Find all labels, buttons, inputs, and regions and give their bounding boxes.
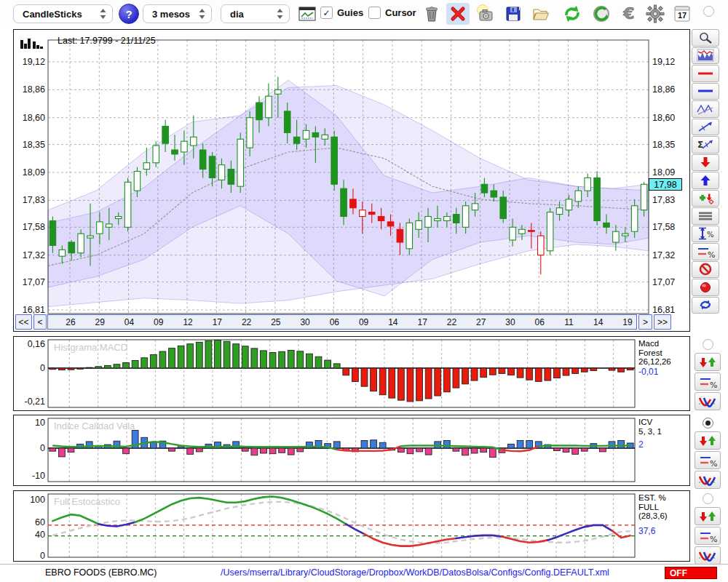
chart-type-select[interactable]: CandleSticks xyxy=(13,4,113,23)
svg-text:18,35: 18,35 xyxy=(23,140,45,150)
delete-x-icon[interactable] xyxy=(446,3,470,25)
interval-select[interactable]: dia xyxy=(221,4,290,23)
date-tick: 30 xyxy=(300,317,309,327)
macd-settings-label: Macd Forest 26,12,26 xyxy=(638,339,671,367)
nav-first-button[interactable]: << xyxy=(15,314,32,330)
up-arrow-icon[interactable] xyxy=(692,172,719,189)
trash-icon[interactable] xyxy=(420,3,443,25)
forbid-icon[interactable] xyxy=(692,261,719,279)
euro-icon[interactable]: € xyxy=(617,3,641,25)
drawing-tools-sidebar: Σ % xyxy=(692,29,719,314)
open-folder-icon[interactable] xyxy=(529,3,553,25)
interval-value: dia xyxy=(230,9,244,20)
svg-text:17,58: 17,58 xyxy=(23,222,45,232)
curves-icon[interactable] xyxy=(695,471,721,489)
svg-text:18,86: 18,86 xyxy=(23,84,45,95)
red-hline-icon[interactable] xyxy=(692,65,719,82)
candlestick-chart[interactable]: 19,1219,1218,8618,8618,6018,6018,3518,35… xyxy=(14,30,689,330)
last-price-label: Last: 17.9799 - 21/11/25 xyxy=(58,36,156,46)
symbol-label: EBRO FOODS (EBRO.MC) xyxy=(45,567,157,578)
zoom-icon[interactable] xyxy=(692,29,719,47)
chart-type-value: CandleSticks xyxy=(23,9,82,20)
svg-text:-0,21: -0,21 xyxy=(25,396,46,407)
stochastic-settings-label: EST. % FULL (28,3,6) xyxy=(638,493,668,521)
stochastic-panel: Full Estocastico10060400 EST. % FULL (28… xyxy=(13,490,690,562)
off-toggle-button[interactable]: OFF xyxy=(665,567,717,579)
nav-prev-button[interactable]: < xyxy=(33,314,47,330)
svg-text:Indice Calidad Vela: Indice Calidad Vela xyxy=(54,420,135,431)
date-tick: 19 xyxy=(622,317,632,327)
main-chart-panel: 19,1219,1218,8618,8618,6018,6018,3518,35… xyxy=(13,29,690,332)
chevron-updown-icon xyxy=(276,8,284,20)
undo-icon[interactable] xyxy=(590,3,613,25)
svg-text:18,35: 18,35 xyxy=(652,140,675,150)
svg-text:18,86: 18,86 xyxy=(652,84,675,95)
svg-text:60: 60 xyxy=(35,517,45,527)
signal-arrows-icon[interactable] xyxy=(695,431,721,450)
levels-percent-icon[interactable] xyxy=(692,243,719,260)
period-select[interactable]: 3 mesos xyxy=(143,4,212,23)
down-arrow-icon[interactable] xyxy=(692,154,719,172)
toolbar-radio[interactable] xyxy=(703,6,714,17)
levels-percent-icon[interactable] xyxy=(695,372,721,391)
signal-arrows-icon[interactable] xyxy=(695,353,721,371)
signal-arrows-icon[interactable] xyxy=(695,507,721,525)
nav-last-button[interactable]: >> xyxy=(654,314,671,330)
stochastic-line-chart[interactable]: Full Estocastico10060400 xyxy=(14,491,689,560)
levels-percent-icon[interactable] xyxy=(695,451,721,469)
curves-icon[interactable] xyxy=(695,546,721,565)
trendline-icon[interactable] xyxy=(692,119,719,136)
list-lines-icon[interactable] xyxy=(692,207,719,225)
sync-icon[interactable] xyxy=(692,297,719,314)
svg-text:17: 17 xyxy=(678,11,687,20)
macd-histogram-chart[interactable]: Histgrama MACD0,160-0,21 xyxy=(14,337,689,410)
zigzag-icon[interactable] xyxy=(692,100,719,118)
indicator-chart-icon[interactable] xyxy=(692,47,719,65)
svg-text:17,32: 17,32 xyxy=(23,250,45,260)
chart-window-icon[interactable] xyxy=(296,3,319,25)
macd-value: -0,01 xyxy=(638,367,658,377)
date-axis-strip[interactable]: 2629040912172225300609141722273006111419 xyxy=(47,314,637,330)
svg-text:17,07: 17,07 xyxy=(652,277,675,287)
add-marker-icon[interactable] xyxy=(692,190,719,207)
calendar-icon[interactable]: 17 xyxy=(670,3,694,25)
refresh-icon[interactable] xyxy=(561,3,584,25)
date-tick: 29 xyxy=(95,317,105,327)
date-tick: 27 xyxy=(476,317,486,327)
icv-radio[interactable] xyxy=(703,418,713,428)
status-bar: EBRO FOODS (EBRO.MC) /Users/mserra/Libra… xyxy=(0,564,728,582)
cursor-checkbox[interactable]: ✓ Cursor xyxy=(368,7,416,19)
svg-text:18,60: 18,60 xyxy=(652,113,675,123)
config-path-link[interactable]: /Users/mserra/Library/CloudStorage/Dropb… xyxy=(167,567,662,578)
save-floppy-icon[interactable] xyxy=(502,3,525,25)
record-icon[interactable] xyxy=(692,279,719,296)
date-tick: 04 xyxy=(124,317,134,327)
svg-text:10: 10 xyxy=(35,418,45,428)
date-tick: 14 xyxy=(593,317,603,327)
guies-label: Guies xyxy=(337,7,363,18)
stochastic-side-controls xyxy=(693,492,722,566)
camera-icon[interactable] xyxy=(474,3,497,25)
guies-checkbox[interactable]: ✓ Guies xyxy=(320,7,363,19)
chevron-updown-icon xyxy=(198,8,206,20)
sigma-trend-icon[interactable]: Σ xyxy=(692,136,719,154)
date-tick: 09 xyxy=(359,317,368,327)
curves-icon[interactable] xyxy=(695,392,721,410)
vertical-range-percent-icon[interactable]: % xyxy=(692,226,719,243)
svg-text:0,16: 0,16 xyxy=(28,339,45,349)
nav-next-button[interactable]: > xyxy=(638,314,652,330)
macd-radio[interactable] xyxy=(703,339,713,350)
chevron-updown-icon xyxy=(99,8,107,20)
svg-text:40: 40 xyxy=(35,530,45,540)
levels-percent-icon[interactable] xyxy=(695,527,721,545)
guies-checkbox-box: ✓ xyxy=(320,7,333,19)
stochastic-radio[interactable] xyxy=(703,493,713,504)
blue-hline-icon[interactable] xyxy=(692,83,719,100)
toolbar: CandleSticks ? 3 mesos dia ✓ Guies xyxy=(0,0,728,28)
svg-text:0: 0 xyxy=(40,443,45,453)
help-button[interactable]: ? xyxy=(119,4,139,24)
icv-bar-chart[interactable]: Indice Calidad Vela100-10 xyxy=(14,415,689,485)
gear-icon[interactable] xyxy=(644,3,667,25)
svg-text:-10: -10 xyxy=(32,471,45,481)
svg-text:Full Estocastico: Full Estocastico xyxy=(54,496,120,507)
